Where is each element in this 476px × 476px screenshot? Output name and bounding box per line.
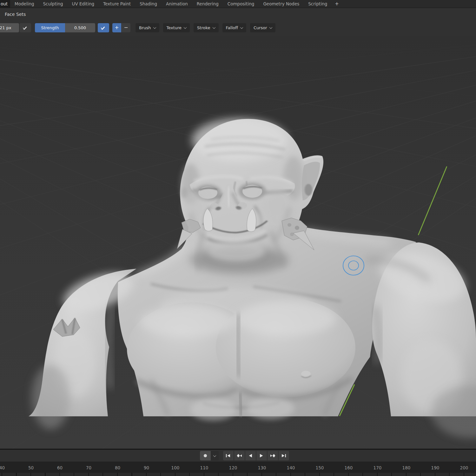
frame-label[interactable]: 160 xyxy=(334,462,363,473)
timeline-ruler[interactable]: 40 50 60 70 80 90 100 110 120 130 140 xyxy=(0,462,476,473)
brush-add-button[interactable]: + xyxy=(112,23,121,32)
timeline-track[interactable] xyxy=(0,473,476,476)
dropdown-button[interactable]: Brush xyxy=(136,23,159,32)
tool-settings-bar: 21 px Strength 0.500 + − xyxy=(0,20,476,36)
frame-label[interactable]: 50 xyxy=(17,462,45,473)
frame-label[interactable]: 170 xyxy=(363,462,392,473)
timeline-header xyxy=(0,450,476,462)
tool-header-row: Face Sets xyxy=(0,9,476,20)
play-reverse-button[interactable] xyxy=(245,451,256,460)
next-keyframe-icon xyxy=(270,454,275,458)
orc-sculpt xyxy=(29,118,476,438)
frame-label[interactable]: 90 xyxy=(132,462,161,473)
y-axis-line xyxy=(418,167,447,235)
frame-label[interactable]: 200 xyxy=(450,462,476,473)
play-icon xyxy=(259,454,264,458)
workspace-tab[interactable]: Sculpting xyxy=(39,0,68,8)
jump-to-start-icon xyxy=(226,454,231,458)
frame-label[interactable]: 130 xyxy=(248,462,276,473)
stylus-pressure-icon xyxy=(101,25,106,30)
radius-pressure-toggle[interactable] xyxy=(20,23,31,32)
strength-value: 0.500 xyxy=(65,23,95,32)
jump-to-start-button[interactable] xyxy=(223,451,234,460)
workspace-tab[interactable]: Shading xyxy=(135,0,162,8)
3d-viewport[interactable] xyxy=(0,36,476,449)
sculpt-scene xyxy=(0,36,476,449)
frame-label[interactable]: 150 xyxy=(305,462,334,473)
frame-label[interactable]: 40 xyxy=(0,462,17,473)
chevron-down-icon xyxy=(213,454,216,457)
frame-label[interactable]: 190 xyxy=(421,462,450,473)
frame-label[interactable]: 70 xyxy=(74,462,103,473)
add-workspace-button[interactable]: + xyxy=(332,0,342,8)
dropdown-button[interactable]: Texture xyxy=(163,23,190,32)
auto-keying-options-button[interactable] xyxy=(211,451,219,460)
workspace-tab[interactable]: Geometry Nodes xyxy=(259,0,304,8)
blender-window: out Modeling Sculpting UV Editing Textur… xyxy=(0,0,476,476)
dropdown-button[interactable]: Cursor xyxy=(250,23,275,32)
previous-keyframe-button[interactable] xyxy=(234,451,245,460)
frame-label[interactable]: 80 xyxy=(103,462,132,473)
frame-label[interactable]: 110 xyxy=(190,462,219,473)
chevron-down-icon xyxy=(184,26,187,29)
workspace-tab[interactable]: out xyxy=(0,0,10,8)
frame-label[interactable]: 120 xyxy=(219,462,248,473)
workspace-tab-bar: out Modeling Sculpting UV Editing Textur… xyxy=(0,0,476,8)
dropdown-button[interactable]: Falloff xyxy=(222,23,246,32)
next-keyframe-button[interactable] xyxy=(268,451,278,460)
frame-label[interactable]: 140 xyxy=(276,462,305,473)
frame-label[interactable]: 60 xyxy=(45,462,74,473)
workspace-tab[interactable]: Animation xyxy=(162,0,192,8)
previous-keyframe-icon xyxy=(237,454,242,458)
workspace-tab[interactable]: UV Editing xyxy=(68,0,99,8)
brush-remove-button[interactable]: − xyxy=(122,23,130,32)
workspace-tab[interactable]: Rendering xyxy=(192,0,223,8)
play-button[interactable] xyxy=(256,451,267,460)
active-tool-label: Face Sets xyxy=(5,12,26,17)
jump-to-end-icon xyxy=(281,454,286,458)
strength-pressure-toggle[interactable] xyxy=(98,23,109,32)
workspace-tab[interactable]: Compositing xyxy=(223,0,259,8)
dropdown-button[interactable]: Stroke xyxy=(194,23,218,32)
frame-label[interactable]: 180 xyxy=(392,462,421,473)
workspace-tab[interactable]: Texture Paint xyxy=(99,0,135,8)
chevron-down-icon xyxy=(212,26,215,29)
play-reverse-icon xyxy=(248,454,253,458)
brush-radius-value: 21 px xyxy=(0,25,11,30)
jump-to-end-button[interactable] xyxy=(279,451,289,460)
workspace-tab[interactable]: Modeling xyxy=(10,0,38,8)
strength-label: Strength xyxy=(35,23,65,32)
chevron-down-icon xyxy=(240,26,243,29)
auto-keying-record-button[interactable] xyxy=(200,451,211,460)
record-icon xyxy=(203,454,207,458)
brush-radius-field[interactable]: 21 px xyxy=(0,23,19,32)
workspace-tab[interactable]: Scripting xyxy=(304,0,332,8)
stylus-pressure-icon xyxy=(23,25,28,30)
frame-label[interactable]: 100 xyxy=(161,462,190,473)
chevron-down-icon xyxy=(269,26,272,29)
strength-slider[interactable]: Strength 0.500 xyxy=(35,23,95,32)
chevron-down-icon xyxy=(153,26,156,29)
